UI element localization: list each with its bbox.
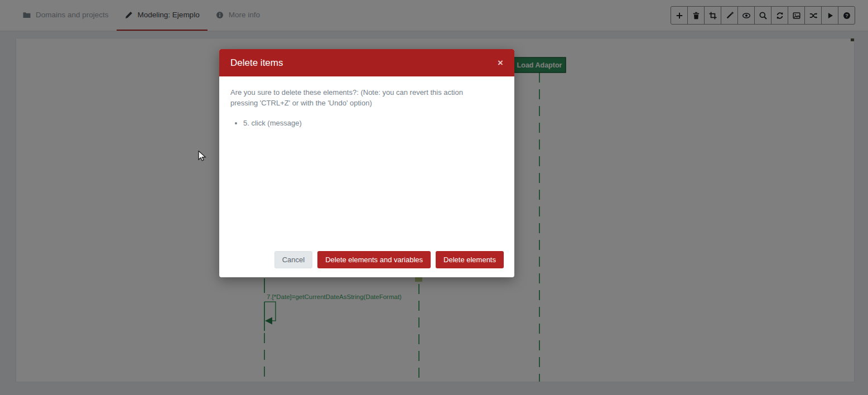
delete-items-modal: Delete items × Are you sure to delete th… <box>219 49 514 277</box>
modal-body: Are you sure to delete these elements?: … <box>219 76 514 251</box>
modal-title: Delete items <box>230 57 283 69</box>
cancel-button[interactable]: Cancel <box>274 251 312 268</box>
element-list: 5. click (message) <box>230 118 503 128</box>
confirm-message: Are you sure to delete these elements?: … <box>230 87 486 108</box>
modal-header: Delete items × <box>219 49 514 76</box>
close-icon[interactable]: × <box>498 58 503 68</box>
delete-elements-button[interactable]: Delete elements <box>436 251 504 268</box>
list-item: 5. click (message) <box>243 118 503 128</box>
modal-footer: Cancel Delete elements and variables Del… <box>219 251 514 277</box>
delete-elements-and-variables-button[interactable]: Delete elements and variables <box>317 251 431 268</box>
